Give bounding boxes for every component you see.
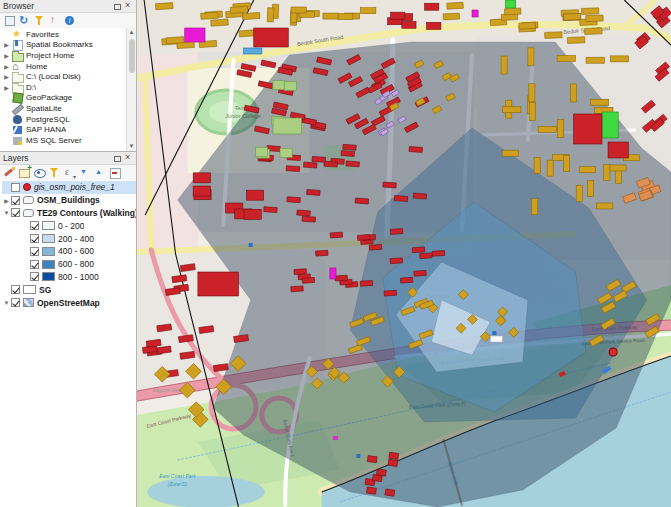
building — [402, 21, 416, 28]
layer-checkbox[interactable] — [30, 221, 39, 230]
building — [291, 7, 306, 13]
expander-icon[interactable]: ▶ — [2, 52, 11, 59]
browser-item-favorites[interactable]: Favorites — [2, 29, 126, 40]
building — [597, 203, 613, 209]
layer-checkbox[interactable] — [30, 234, 39, 243]
collapse-all2-icon[interactable] — [93, 166, 106, 179]
legend-swatch — [42, 221, 55, 230]
layer-checkbox[interactable] — [11, 298, 20, 307]
building — [504, 8, 521, 15]
expander-icon[interactable]: ▶ — [2, 84, 11, 91]
postgis-icon — [11, 114, 24, 125]
close-panel-icon[interactable] — [124, 154, 133, 163]
browser-item-spatial-bookmarks[interactable]: ▶Spatial Bookmarks — [2, 40, 126, 51]
browser-item-project-home[interactable]: ▶Project Home — [2, 50, 126, 61]
building — [538, 126, 556, 132]
legend-class-label: 800 - 1000 — [58, 272, 99, 282]
scroll-down-icon[interactable]: ▼ — [129, 142, 135, 151]
browser-item-label: C:\ (Local Disk) — [26, 72, 81, 81]
legend-swatch — [42, 234, 55, 243]
legend-class-row[interactable]: 800 - 1000 — [2, 271, 136, 284]
layer-checkbox[interactable] — [30, 272, 39, 281]
fill-swatch — [23, 285, 36, 294]
building — [198, 272, 239, 296]
legend-swatch — [42, 260, 55, 269]
expander-icon[interactable]: ▶ — [2, 63, 11, 70]
legend-class-row[interactable]: 400 - 600 — [2, 245, 136, 258]
expander-icon[interactable]: ▶ — [2, 41, 11, 48]
map-canvas[interactable]: Bedok South RoadBedok South RoadTemasekJ… — [137, 0, 671, 507]
properties-icon[interactable] — [63, 14, 76, 27]
polygon-layer-icon — [23, 209, 34, 217]
browser-item-d[interactable]: ▶D:\ — [2, 82, 126, 93]
layer-row-openstreetmap[interactable]: ▼OpenStreetMap — [2, 296, 136, 309]
layer-checkbox[interactable] — [11, 208, 20, 217]
layer-checkbox[interactable] — [11, 285, 20, 294]
layer-checkbox[interactable] — [11, 196, 20, 205]
browser-tree: Favorites▶Spatial Bookmarks▶Project Home… — [0, 28, 126, 151]
close-panel-icon[interactable] — [124, 2, 133, 11]
legend-class-label: 600 - 800 — [58, 259, 94, 269]
building — [346, 161, 360, 167]
browser-item-home[interactable]: ▶Home — [2, 61, 126, 72]
building — [338, 13, 353, 19]
expand-all-icon[interactable] — [78, 166, 91, 179]
legend-class-row[interactable]: 600 - 800 — [2, 258, 136, 271]
filter-icon[interactable] — [33, 14, 46, 27]
collapse-all-icon[interactable] — [48, 14, 61, 27]
expression-filter-icon[interactable] — [63, 166, 76, 179]
building — [284, 82, 296, 91]
browser-scrollbar[interactable]: ▲ ▼ — [126, 28, 136, 151]
add-layer-icon[interactable] — [3, 14, 16, 27]
building — [413, 193, 427, 199]
expander-icon[interactable]: ▶ — [2, 73, 11, 80]
building — [330, 232, 343, 238]
building — [608, 142, 628, 158]
layer-row-sg[interactable]: SG — [2, 283, 136, 296]
building — [335, 275, 348, 281]
building — [390, 258, 403, 264]
expander-icon[interactable]: ▶ — [2, 197, 11, 204]
layer-row-te29-contours-walking[interactable]: ▼TE29 Contours (Walking) — [2, 207, 136, 220]
layer-row-osm-buildings[interactable]: ▶OSM_Buildings — [2, 194, 136, 207]
expander-icon[interactable]: ▼ — [2, 300, 11, 306]
layer-label: TE29 Contours (Walking) — [37, 208, 136, 218]
building — [420, 253, 433, 259]
browser-item-spatialite[interactable]: SpatiaLite — [2, 103, 126, 114]
building — [558, 120, 564, 138]
layer-checkbox[interactable] — [30, 247, 39, 256]
remove-layer-icon[interactable] — [108, 166, 121, 179]
expander-icon[interactable]: ▼ — [2, 210, 11, 216]
float-panel-icon[interactable] — [113, 2, 122, 11]
building — [246, 190, 263, 200]
scroll-thumb[interactable] — [129, 39, 135, 73]
filter-legend-icon[interactable] — [48, 166, 61, 179]
float-panel-icon[interactable] — [113, 154, 122, 163]
layer-checkbox[interactable] — [30, 260, 39, 269]
themes-icon[interactable] — [33, 166, 46, 179]
legend-class-row[interactable]: 0 - 200 — [2, 219, 136, 232]
browser-item-geopackage[interactable]: GeoPackage — [2, 93, 126, 104]
map-svg: Bedok South RoadBedok South RoadTemasekJ… — [137, 0, 671, 507]
building — [166, 37, 184, 44]
bookmarks-icon — [11, 39, 24, 50]
scroll-up-icon[interactable]: ▲ — [129, 28, 135, 37]
browser-item-c-local-disk[interactable]: ▶C:\ (Local Disk) — [2, 71, 126, 82]
building — [369, 244, 382, 250]
layer-checkbox[interactable] — [11, 183, 20, 192]
building — [545, 32, 562, 39]
building — [557, 55, 575, 61]
refresh-icon[interactable] — [18, 14, 31, 27]
building — [244, 209, 261, 219]
styling-icon[interactable] — [3, 166, 16, 179]
building — [588, 181, 594, 197]
browser-item-ms-sql-server[interactable]: MS SQL Server — [2, 135, 126, 146]
building — [391, 12, 405, 19]
raster-layer-icon — [23, 298, 34, 307]
browser-item-postgresql[interactable]: PostgreSQL — [2, 114, 126, 125]
map-label: (Zone D) — [167, 481, 187, 487]
add-group-icon[interactable] — [18, 166, 31, 179]
layer-row-gis-osm-pois-free-1[interactable]: gis_osm_pois_free_1 — [2, 181, 136, 194]
browser-item-sap-hana[interactable]: SAP HANA — [2, 124, 126, 135]
legend-class-row[interactable]: 200 - 400 — [2, 232, 136, 245]
